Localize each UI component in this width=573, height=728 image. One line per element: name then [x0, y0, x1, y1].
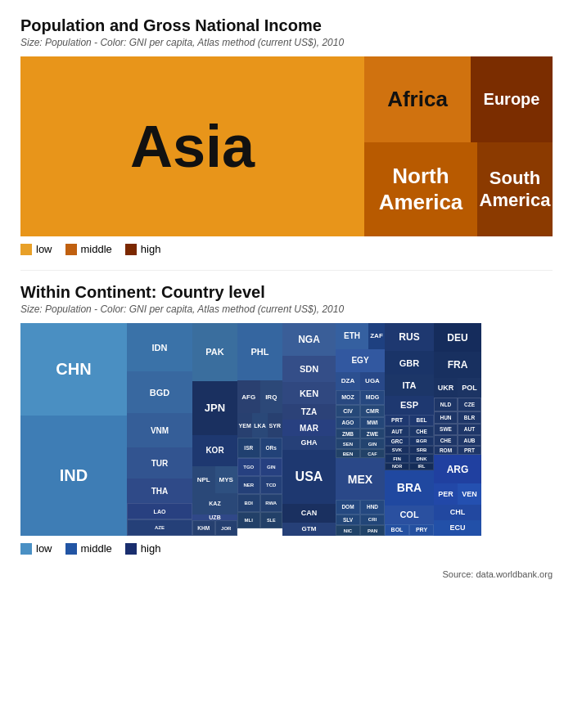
source-text: Source: data.worldbank.org — [20, 569, 553, 579]
legend1-middle-swatch — [65, 244, 77, 255]
legend2-low-label: low — [36, 542, 52, 555]
legend2-middle-item: middle — [65, 542, 112, 555]
treemap2-pak: PAK — [192, 323, 237, 381]
legend2-low-item: low — [20, 542, 52, 555]
treemap2-civ: CIV — [336, 405, 360, 417]
treemap2-extra1: LAO AZE — [127, 503, 192, 536]
treemap2-dnk: DNK — [409, 454, 434, 462]
chart1-subtitle: Size: Population - Color: GNI per capita… — [20, 37, 553, 48]
treemap2-yem-row: YEM LKA SYR — [237, 413, 282, 438]
treemap2-kaz-row: KAZ — [192, 493, 237, 515]
treemap2-col5: NGA SDN KEN TZA MAR GHA USA CAN GTM — [282, 323, 336, 536]
treemap2-col3: PAK JPN KOR NPL MYS KAZ UZB KHM JOR — [192, 323, 237, 536]
treemap2-irl: IRL — [409, 463, 434, 470]
treemap2-nic-row: NIC PAN — [336, 525, 385, 536]
treemap2-ukr-pol: UKR POL — [434, 378, 481, 398]
treemap2-nor-row: NOR IRL — [385, 463, 434, 470]
legend2-middle-label: middle — [81, 542, 112, 555]
treemap2-bra: BRA — [385, 470, 434, 506]
treemap2-nld: NLD — [434, 398, 458, 411]
treemap2-bel: BEL — [409, 415, 434, 426]
treemap2-col4-bottom: ISR ORs TGO GIN NER TCD BDI RWA MLI SL — [237, 438, 282, 536]
treemap2-sle: SLE — [260, 512, 283, 528]
section-divider — [20, 270, 553, 271]
treemap2-ecu: ECU — [434, 520, 481, 536]
treemap2-afg-irq: AFG IRQ — [237, 380, 282, 413]
treemap2-uga: UGA — [360, 372, 385, 390]
treemap2-col: COL — [385, 506, 434, 524]
treemap2-esp: ESP — [385, 396, 434, 415]
treemap2-tgo: TGO — [237, 458, 260, 476]
treemap2-vnm: VNM — [127, 413, 192, 447]
treemap2-zmb: ZMB — [336, 429, 360, 439]
treemap1-europe: Europe — [471, 56, 553, 142]
treemap2-khm: KHM — [192, 520, 215, 536]
treemap2-lao: LAO — [127, 503, 192, 519]
treemap2-nic: NIC — [336, 525, 360, 536]
treemap2-dza-uga: DZA UGA — [336, 372, 385, 390]
treemap2-eth-row: ETH ZAF — [336, 323, 385, 349]
treemap2-srb: SRB — [409, 446, 434, 454]
treemap2-che2: CHE — [434, 435, 458, 446]
treemap2-col6: ETH ZAF EGY DZA UGA MOZ MDG CIV CMR AGO … — [336, 323, 385, 536]
treemap2-kaz: KAZ — [192, 493, 237, 515]
treemap2-svk-row: SVK SRB — [385, 446, 434, 454]
treemap2-aze: AZE — [127, 519, 192, 536]
treemap2-swe-row: SWE AUT — [434, 424, 481, 435]
treemap2-yem: YEM — [237, 413, 252, 438]
treemap2-ner: NER — [237, 476, 260, 494]
treemap2-rom-row: ROM PRT — [434, 446, 481, 455]
treemap2-jpn: JPN — [192, 381, 237, 435]
treemap2-fin: FIN — [385, 454, 409, 462]
treemap2-lka: LKA — [252, 413, 267, 438]
treemap2-npl: NPL — [192, 466, 215, 493]
treemap2-usa: USA — [282, 450, 336, 504]
treemap2-col2: IDN BGD VNM TUR THA LAO AZE — [127, 323, 192, 536]
treemap1-top-right: Africa Europe — [364, 56, 553, 142]
treemap2-svk: SVK — [385, 446, 409, 454]
treemap2-col4: PHL AFG IRQ YEM LKA SYR ISR ORs TGO GIN — [237, 323, 282, 536]
treemap2-slv: SLV — [336, 515, 360, 526]
legend1-high-item: high — [125, 243, 161, 255]
treemap1-north: NorthAmerica — [364, 142, 477, 236]
treemap2-slv-row: SLV CRI — [336, 515, 385, 526]
chart1-legend: low middle high — [20, 243, 553, 255]
treemap2-cri: CRI — [360, 515, 385, 526]
treemap2-prt: PRT — [385, 415, 409, 426]
treemap2-nga: NGA — [282, 323, 336, 356]
treemap2-khm-row: KHM JOR — [192, 520, 237, 536]
treemap2-prt2: PRT — [458, 446, 481, 455]
chart1-title: Population and Gross National Income — [20, 16, 553, 35]
treemap1-south-label: SouthAmerica — [480, 168, 551, 211]
treemap2-pan: PAN — [360, 525, 385, 536]
treemap2-isr-row: ISR ORs — [237, 438, 282, 458]
treemap2-grc-row: GRC BGR — [385, 437, 434, 446]
treemap2-pol: POL — [458, 378, 481, 398]
treemap2-pry: PRY — [409, 524, 434, 536]
treemap2-zaf: ZAF — [368, 323, 385, 349]
treemap2-aut: AUT — [385, 426, 409, 437]
treemap2: CHN IND IDN BGD VNM TUR THA LAO AZE — [20, 323, 553, 536]
treemap2-mar: MAR — [282, 420, 336, 436]
treemap1-right: Africa Europe NorthAmerica SouthAmerica — [364, 56, 553, 236]
treemap1-bottom-right: NorthAmerica SouthAmerica — [364, 142, 553, 236]
treemap2-tcd: TCD — [260, 476, 283, 494]
treemap2-mex: MEX — [336, 458, 385, 499]
treemap2-arg: ARG — [434, 455, 481, 483]
treemap2-bol: BOL — [385, 524, 409, 536]
treemap2-hnd: HND — [360, 500, 385, 515]
treemap2-ben: BEN — [336, 449, 360, 458]
treemap2-ken: KEN — [282, 382, 336, 403]
treemap2-gha: GHA — [282, 436, 336, 449]
treemap2-fra: FRA — [434, 352, 481, 378]
legend2-high-label: high — [141, 542, 161, 555]
treemap2-tur: TUR — [127, 447, 192, 479]
legend2-high-swatch — [125, 543, 137, 555]
treemap2-sen: SEN — [336, 438, 360, 449]
treemap2-che: CHE — [409, 426, 434, 437]
treemap2-syr: SYR — [268, 413, 282, 438]
treemap2-swe: SWE — [434, 424, 458, 435]
legend2-low-swatch — [20, 543, 32, 555]
treemap2-bgr: BGR — [409, 437, 434, 446]
treemap1-south: SouthAmerica — [477, 142, 553, 236]
